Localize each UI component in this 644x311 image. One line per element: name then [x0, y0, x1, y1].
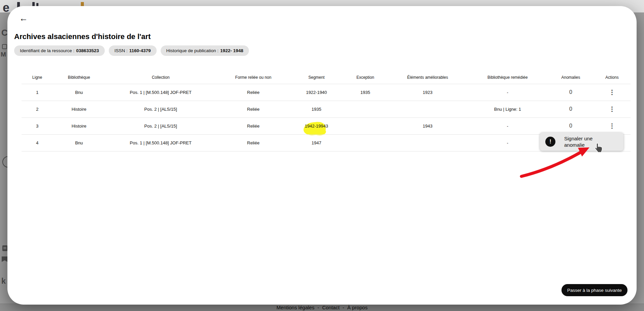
back-button[interactable]: ←: [18, 12, 30, 24]
anomalies-count: 0: [548, 101, 593, 117]
row-actions-kebab-menu-icon[interactable]: ⋮: [607, 88, 617, 97]
mouse-cursor-icon: [594, 143, 603, 153]
app-logo-fragment: e: [3, 1, 9, 15]
next-phase-button[interactable]: Passer à la phase suivante: [561, 284, 627, 296]
page-title: Archives alsaciennes d'histoire de l'art: [14, 32, 151, 41]
footer-link-contact[interactable]: Contact: [322, 305, 340, 310]
col-header-actions: Actions: [593, 66, 631, 84]
col-header-ameliorables: Éléments améliorables: [388, 66, 467, 84]
background-document-icon: [2, 245, 7, 251]
row-actions-kebab-menu-icon[interactable]: ⋮: [607, 104, 617, 114]
background-square-icon: [2, 44, 7, 49]
metadata-chips: Identifiant de la ressource :038633523 I…: [14, 45, 249, 56]
page-footer: Mentions légales - Contact - À propos: [0, 304, 644, 311]
background-text-fragment: k: [1, 277, 6, 286]
table-row: 3 Histoire Pos. 2 | [ALS/15] Reliée 1942…: [22, 117, 631, 134]
resource-detail-modal: ← Archives alsaciennes d'histoire de l'a…: [7, 6, 637, 305]
table-row: 2 Histoire Pos. 2 | [ALS/15] Reliée 1935…: [22, 101, 631, 117]
background-text-fragment: M: [1, 51, 6, 58]
row-actions-kebab-menu-icon[interactable]: ⋮: [607, 121, 617, 131]
anomalies-count: 0: [548, 84, 593, 101]
tooltip-line2: anomalie: [564, 142, 585, 148]
highlighted-segment-cell: 1942-19943: [290, 117, 343, 134]
col-header-collection: Collection: [105, 66, 216, 84]
table-row: 4 Bnu Pos. 1 | [M.500.148] JOF-PRET Reli…: [22, 134, 631, 151]
chip-resource-id: Identifiant de la ressource :038633523: [14, 45, 105, 56]
footer-link-mentions-legales[interactable]: Mentions légales: [277, 305, 315, 310]
footer-link-a-propos[interactable]: À propos: [347, 305, 367, 310]
chip-issn: ISSN :1160-4379: [109, 45, 157, 56]
alert-icon: !: [545, 137, 555, 147]
table-header-row: Ligne Bibliothèque Collection Forme reli…: [22, 66, 631, 84]
chip-publication-history: Historique de publication :1922- 1948: [161, 45, 249, 56]
footer-separator: -: [317, 305, 319, 310]
col-header-segment: Segment: [290, 66, 343, 84]
menu-item-signaler-anomalie[interactable]: ! Signaler une anomalie: [540, 133, 623, 151]
background-heading-fragment: C: [1, 28, 8, 38]
col-header-bibliotheque: Bibliothèque: [53, 66, 105, 84]
col-header-ligne: Ligne: [22, 66, 53, 84]
background-bookmark-icon: [2, 256, 7, 262]
col-header-anomalies: Anomalies: [548, 66, 593, 84]
tooltip-line1: Signaler une: [564, 136, 592, 141]
col-header-remediee: Bibliothèque remédiée: [467, 66, 548, 84]
col-header-forme: Forme reliée ou non: [216, 66, 290, 84]
segments-table: Ligne Bibliothèque Collection Forme reli…: [22, 66, 631, 151]
back-arrow-icon: ←: [19, 13, 28, 24]
anomalies-count: 0: [548, 117, 593, 134]
footer-separator: -: [343, 305, 344, 310]
col-header-exception: Exception: [343, 66, 388, 84]
table-row: 1 Bnu Pos. 1 | [M.500.148] JOF-PRET Reli…: [22, 84, 631, 101]
